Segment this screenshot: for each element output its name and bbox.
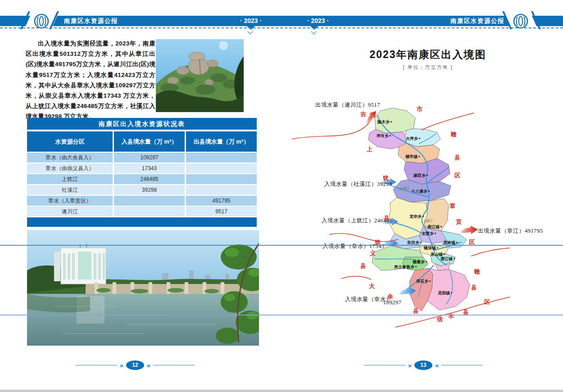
intro-paragraph: 出入境水量为实测径流量，2023年，南康区出境水量501312万立方米，其中从章…	[26, 38, 155, 122]
map-title: 2023年南康区出入境图	[315, 48, 540, 62]
photo-mountain	[156, 39, 244, 112]
region-dongshan	[431, 254, 455, 266]
header-year-right: · 2023 ·	[304, 16, 331, 26]
page-edge	[0, 390, 563, 392]
table-cell: 109297	[114, 153, 185, 162]
table-cell: 章水（入章贡区）	[27, 196, 113, 206]
table-cell: 社溪江	[27, 185, 113, 195]
scan-artifact-line	[0, 315, 563, 315]
page-number-badge: 12	[126, 360, 144, 370]
header-title-right: 南康区水资源公报	[430, 16, 504, 26]
table-cell: 9517	[186, 207, 257, 216]
region-daping	[405, 129, 440, 147]
table-cell: 17343	[114, 163, 185, 173]
table-row: 社溪江39298	[27, 185, 257, 195]
table-body: 章水（由大余县入）109297章水（由崇义县入）17343上犹江246485社溪…	[27, 153, 257, 216]
map-unit-note: [ 单位：万立方米 ]	[315, 64, 540, 71]
table-cell: 上犹江	[27, 174, 113, 184]
chevrons-right-icon: »	[120, 361, 123, 370]
township-regions	[368, 108, 470, 311]
footer-line	[153, 365, 195, 365]
table-row: 遂川江9517	[27, 207, 257, 216]
bulletin-spread: 南康区水资源公报 南康区水资源公报 · 2023 · · 2023 · 出入境水…	[0, 0, 563, 392]
district-map	[284, 97, 518, 333]
footer-left-page: » 12 «	[68, 360, 203, 370]
column-header: 出县境水量（万 m³）	[186, 131, 257, 152]
region-tangjiang	[424, 198, 449, 231]
table-footer-bar	[27, 217, 257, 227]
table-cell	[186, 163, 257, 173]
table-header-row: 水资源分区 入县境水量（万 m³） 出县境水量（万 m³）	[27, 131, 257, 152]
photo-lakeside	[27, 230, 259, 346]
header-dashed-rule	[0, 27, 563, 28]
footer-line	[76, 365, 117, 365]
table-cell: 39298	[114, 185, 185, 195]
scan-artifact-line	[0, 245, 563, 246]
table-cell: 章水（由大余县入）	[27, 153, 113, 162]
table-row: 上犹江246485	[27, 174, 257, 184]
chevrons-left-icon: «	[147, 361, 150, 370]
header-year-left: · 2023 ·	[237, 16, 264, 26]
footer-line	[364, 365, 405, 365]
water-table: 南康区出入境水资源状况表 水资源分区 入县境水量（万 m³） 出县境水量（万 m…	[27, 118, 257, 227]
outflow-arrow-zhangjiang	[460, 225, 478, 235]
table-cell	[186, 185, 257, 195]
table-cell: 章水（由崇义县入）	[27, 163, 113, 173]
table-cell: 246485	[114, 174, 185, 184]
chevron-down-icon	[311, 29, 317, 35]
table-cell	[114, 196, 185, 206]
table-title: 南康区出入境水资源状况表	[27, 118, 257, 130]
column-header: 入县境水量（万 m³）	[114, 131, 185, 152]
chevron-down-icon	[247, 29, 253, 35]
table-row: 章水（由崇义县入）17343	[27, 163, 257, 173]
header-title-left: 南康区水资源公报	[64, 16, 118, 26]
page-number-badge: 13	[414, 360, 432, 370]
inflow-arrow-shexijiang	[381, 178, 396, 186]
region-longhui	[427, 268, 470, 310]
table-row: 章水（由大余县入）109297	[27, 153, 257, 162]
footer-line	[441, 365, 483, 365]
table-cell	[186, 153, 257, 162]
chevrons-right-icon: »	[408, 361, 412, 370]
table-row: 章水（入章贡区）491795	[27, 196, 257, 206]
column-header: 水资源分区	[27, 131, 113, 152]
table-cell	[186, 174, 257, 184]
table-cell	[114, 207, 185, 216]
chevrons-left-icon: «	[435, 361, 439, 370]
table-cell: 491795	[186, 196, 257, 206]
table-cell: 遂川江	[27, 207, 113, 216]
footer-right-page: » 13 «	[356, 360, 491, 370]
